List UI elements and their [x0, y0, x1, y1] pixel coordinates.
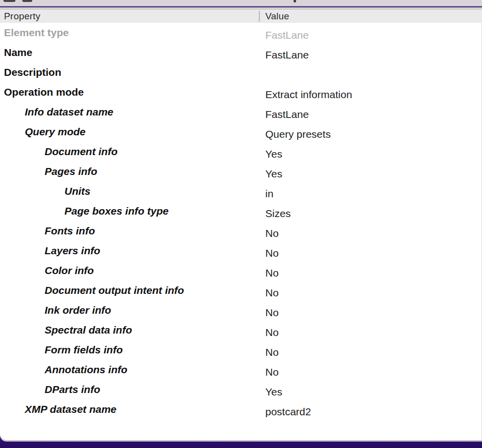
column-divider[interactable] — [259, 11, 260, 22]
table-row[interactable]: Operation modeExtract information — [0, 82, 482, 102]
value-cell[interactable]: FastLane — [0, 45, 482, 65]
column-header-value: Value — [265, 9, 289, 23]
table-row[interactable]: Layers infoNo — [0, 241, 482, 261]
value-cell[interactable]: No — [0, 342, 482, 362]
table-row[interactable]: Form fields infoNo — [0, 340, 482, 360]
value-cell[interactable]: No — [0, 243, 482, 263]
window-button-right[interactable] — [22, 0, 32, 2]
table-row[interactable]: Ink order infoNo — [0, 300, 482, 320]
window-button-left[interactable] — [3, 0, 15, 2]
table-row[interactable]: Document output intent infoNo — [0, 280, 482, 300]
value-cell[interactable]: No — [0, 263, 482, 283]
value-cell[interactable]: postcard2 — [0, 402, 482, 422]
value-cell[interactable]: FastLane — [0, 105, 482, 124]
value-cell[interactable]: No — [0, 283, 482, 303]
property-table-body: Element typeFastLaneNameFastLaneDescript… — [0, 23, 482, 440]
value-cell[interactable]: Query presets — [0, 124, 482, 144]
value-cell[interactable]: No — [0, 303, 482, 323]
value-cell[interactable]: No — [0, 323, 482, 342]
table-row[interactable]: Description — [0, 62, 482, 82]
table-row[interactable]: Page boxes info typeSizes — [0, 201, 482, 221]
table-row[interactable]: Spectral data infoNo — [0, 320, 482, 340]
value-cell[interactable]: FastLane — [0, 25, 482, 45]
window-titlebar — [0, 0, 482, 6]
table-row[interactable]: DParts infoYes — [0, 380, 482, 399]
value-cell[interactable] — [0, 65, 482, 85]
table-row[interactable]: Fonts infoNo — [0, 221, 482, 241]
value-cell[interactable]: in — [0, 184, 482, 204]
table-row[interactable]: Query modeQuery presets — [0, 122, 482, 142]
value-cell[interactable]: Yes — [0, 164, 482, 184]
value-cell[interactable]: Extract information — [0, 85, 482, 105]
value-cell[interactable]: Yes — [0, 382, 482, 402]
table-row[interactable]: Color infoNo — [0, 261, 482, 280]
value-cell[interactable]: Yes — [0, 144, 482, 164]
window-title-fragment — [294, 0, 296, 2]
value-cell[interactable]: No — [0, 362, 482, 382]
table-row[interactable]: Document infoYes — [0, 142, 482, 162]
value-cell[interactable]: Sizes — [0, 204, 482, 224]
table-row[interactable]: Info dataset nameFastLane — [0, 102, 482, 122]
table-row[interactable]: Pages infoYes — [0, 162, 482, 181]
table-row[interactable]: Element typeFastLane — [0, 23, 482, 43]
column-header-property: Property — [4, 9, 40, 23]
table-row[interactable]: Annotations infoNo — [0, 360, 482, 380]
properties-window: Property Value Element typeFastLaneNameF… — [0, 0, 482, 448]
table-row[interactable]: XMP dataset namepostcard2 — [0, 399, 482, 419]
value-cell[interactable]: No — [0, 224, 482, 243]
table-row[interactable]: NameFastLane — [0, 43, 482, 62]
table-row[interactable]: Unitsin — [0, 181, 482, 201]
table-column-header: Property Value — [0, 9, 482, 23]
